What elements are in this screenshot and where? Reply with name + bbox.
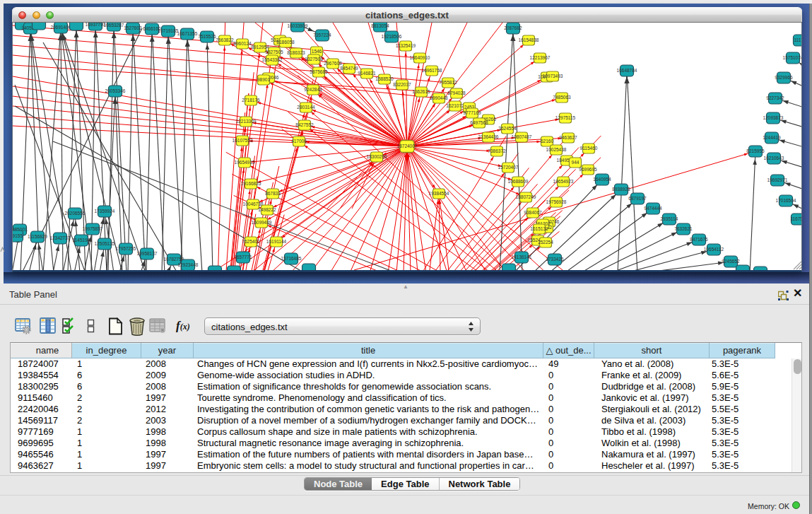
svg-text:1527602: 1527602 [124, 25, 142, 30]
svg-text:19975857: 19975857 [83, 226, 103, 231]
svg-text:867833: 867833 [265, 191, 281, 196]
svg-text:19692971: 19692971 [767, 177, 788, 182]
svg-text:1621072: 1621072 [446, 103, 464, 108]
svg-text:8471676: 8471676 [690, 237, 708, 242]
svg-text:7625402: 7625402 [242, 239, 260, 244]
svg-text:944: 944 [572, 160, 579, 165]
svg-text:7515526: 7515526 [198, 34, 216, 39]
svg-text:2967608: 2967608 [324, 61, 342, 66]
svg-text:1588520: 1588520 [375, 76, 394, 81]
svg-text:10046738: 10046738 [243, 201, 264, 206]
svg-text:1145194: 1145194 [73, 238, 90, 243]
svg-text:16937793: 16937793 [86, 23, 106, 27]
svg-text:16033809: 16033809 [288, 23, 308, 28]
svg-text:116753: 116753 [790, 216, 802, 221]
svg-text:8454749: 8454749 [340, 66, 358, 71]
svg-text:2803144: 2803144 [297, 105, 315, 110]
svg-text:9245652: 9245652 [722, 259, 740, 264]
svg-text:18724007: 18724007 [397, 144, 418, 148]
svg-text:7485063: 7485063 [553, 95, 571, 100]
svg-text:18300295: 18300295 [367, 154, 387, 159]
svg-text:8186058: 8186058 [276, 40, 295, 45]
svg-text:12342737: 12342737 [50, 235, 71, 240]
svg-text:8427552: 8427552 [295, 122, 314, 127]
svg-text:8322037: 8322037 [393, 82, 411, 87]
svg-text:17359924: 17359924 [95, 209, 115, 214]
svg-text:11171: 11171 [794, 37, 802, 42]
svg-text:2718176: 2718176 [242, 98, 260, 103]
svg-text:62160: 62160 [541, 139, 553, 144]
svg-text:9699695: 9699695 [579, 167, 597, 172]
svg-text:10654112: 10654112 [704, 247, 724, 252]
svg-text:9657771: 9657771 [234, 255, 252, 259]
svg-text:12505135: 12505135 [95, 241, 115, 246]
svg-text:8938928: 8938928 [612, 187, 630, 192]
svg-text:19756928: 19756928 [546, 199, 567, 204]
svg-text:20053346: 20053346 [105, 88, 126, 93]
svg-text:10973493: 10973493 [543, 74, 563, 78]
svg-text:9227342: 9227342 [766, 95, 784, 100]
svg-text:8960124: 8960124 [233, 41, 252, 46]
svg-text:15720407: 15720407 [498, 165, 519, 170]
svg-text:7357224: 7357224 [313, 33, 331, 37]
svg-text:8813054: 8813054 [371, 23, 389, 28]
svg-text:10653287: 10653287 [104, 23, 124, 28]
svg-text:9115460: 9115460 [580, 146, 598, 151]
svg-text:12923448: 12923448 [178, 262, 199, 267]
svg-text:8215955: 8215955 [746, 148, 765, 153]
svg-text:1733426: 1733426 [546, 257, 564, 262]
svg-text:16648784: 16648784 [617, 68, 637, 73]
svg-text:17016504: 17016504 [776, 198, 796, 203]
svg-text:10025438: 10025438 [546, 147, 567, 152]
svg-text:18807249: 18807249 [516, 194, 536, 199]
svg-text:6794028: 6794028 [447, 90, 466, 95]
svg-text:9327508: 9327508 [305, 57, 323, 62]
svg-text:19654915: 19654915 [235, 160, 255, 165]
svg-text:10688609: 10688609 [508, 179, 529, 184]
svg-text:19958137: 19958137 [137, 251, 158, 256]
svg-text:14136141: 14136141 [512, 255, 532, 259]
svg-text:16099489: 16099489 [252, 220, 272, 225]
svg-text:9146821: 9146821 [358, 71, 376, 76]
svg-text:15716485: 15716485 [281, 256, 302, 261]
svg-text:1244419: 1244419 [763, 135, 781, 140]
svg-text:8186323: 8186323 [287, 50, 305, 55]
svg-text:2935114: 2935114 [661, 216, 678, 221]
svg-text:252254: 252254 [538, 240, 553, 245]
svg-text:20691406: 20691406 [51, 25, 71, 30]
svg-text:9329966: 9329966 [775, 75, 793, 80]
svg-text:39155: 39155 [13, 233, 23, 238]
svg-text:2087682: 2087682 [504, 25, 522, 30]
svg-text:16543362: 16543362 [262, 57, 283, 62]
svg-text:11325419: 11325419 [396, 43, 416, 48]
svg-text:18640910: 18640910 [410, 55, 430, 60]
svg-text:10719185: 10719185 [158, 28, 179, 33]
svg-text:7632621: 7632621 [674, 226, 693, 231]
svg-text:9777169: 9777169 [463, 110, 481, 115]
svg-text:9474444: 9474444 [644, 206, 662, 211]
svg-text:16191144: 16191144 [266, 239, 287, 244]
svg-text:417006: 417006 [291, 139, 307, 144]
svg-text:1546: 1546 [312, 49, 322, 54]
svg-text:9827505: 9827505 [265, 49, 283, 54]
svg-text:20206555: 20206555 [65, 211, 86, 216]
svg-text:6879197: 6879197 [628, 196, 647, 201]
svg-text:16671355: 16671355 [177, 31, 198, 36]
svg-text:8912954: 8912954 [251, 45, 269, 49]
svg-text:9384067: 9384067 [524, 210, 542, 215]
svg-text:16961758: 16961758 [422, 68, 442, 73]
svg-text:7386372: 7386372 [488, 148, 506, 153]
svg-text:12213309: 12213309 [236, 119, 257, 124]
svg-text:7955812: 7955812 [439, 80, 457, 85]
svg-text:19218506: 19218506 [382, 34, 402, 39]
svg-text:6497568: 6497568 [470, 120, 488, 125]
svg-text:15751074: 15751074 [783, 55, 802, 60]
svg-text:17957255: 17957255 [116, 246, 136, 251]
svg-text:19654923: 19654923 [553, 179, 574, 184]
svg-text:9463627: 9463627 [559, 135, 577, 140]
svg-text:1498222: 1498222 [258, 207, 276, 212]
svg-text:10807487: 10807487 [512, 134, 532, 139]
svg-text:16210643: 16210643 [764, 156, 784, 160]
svg-text:98901: 98901 [257, 77, 270, 82]
svg-text:8990448: 8990448 [430, 95, 448, 100]
